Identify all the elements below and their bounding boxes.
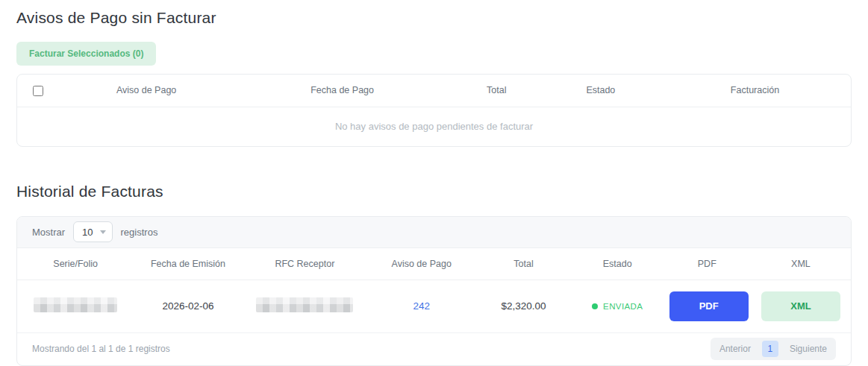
column-header-facturacion: Facturación (659, 75, 851, 107)
billing-page: Avisos de Pago sin Facturar Facturar Sel… (0, 0, 868, 366)
column-header-fecha-emision: Fecha de Emisión (134, 248, 242, 280)
column-header-serie-folio: Serie/Folio (17, 248, 134, 280)
xml-cell: XML (751, 280, 851, 332)
column-header-aviso-de-pago: Aviso de Pago (367, 248, 475, 280)
historial-table: Serie/Folio Fecha de Emisión RFC Recepto… (17, 248, 851, 332)
status-dot-icon (592, 303, 598, 309)
historial-header-row: Serie/Folio Fecha de Emisión RFC Recepto… (17, 248, 851, 280)
pagination-previous-button[interactable]: Anterior (719, 342, 751, 356)
column-header-total: Total (451, 75, 543, 107)
mostrar-label: Mostrar (32, 227, 65, 238)
avisos-header-row: Aviso de Pago Fecha de Pago Total Estado… (17, 75, 851, 107)
rfc-receptor-cell (243, 280, 368, 332)
column-header-rfc-receptor: RFC Receptor (243, 248, 368, 280)
pdf-cell: PDF (664, 280, 751, 332)
aviso-de-pago-link[interactable]: 242 (413, 300, 430, 312)
historial-toolbar: Mostrar 10 registros (17, 217, 851, 248)
avisos-empty-row: No hay avisos de pago pendientes de fact… (17, 107, 851, 146)
column-header-estado: Estado (572, 248, 664, 280)
page-size-value: 10 (82, 227, 93, 238)
registros-label: registros (121, 227, 158, 238)
aviso-de-pago-cell: 242 (367, 280, 475, 332)
download-xml-button[interactable]: XML (761, 291, 840, 321)
facturar-seleccionados-button[interactable]: Facturar Seleccionados (0) (16, 42, 156, 66)
pagination-next-button[interactable]: Siguiente (790, 342, 827, 356)
select-all-checkbox[interactable] (33, 86, 43, 96)
avisos-section-title: Avisos de Pago sin Facturar (16, 9, 852, 27)
invoice-table-row: 2026-02-06 242 $2,320.00 ENVIADA (17, 280, 851, 332)
redacted-serie-folio (34, 297, 117, 312)
select-all-header-cell (17, 75, 59, 107)
status-label: ENVIADA (603, 302, 643, 311)
column-header-estado: Estado (543, 75, 659, 107)
redacted-rfc-receptor (256, 297, 353, 312)
column-header-total: Total (475, 248, 571, 280)
total-cell: $2,320.00 (475, 280, 571, 332)
download-pdf-button[interactable]: PDF (669, 291, 749, 321)
historial-footer: Mostrando del 1 al 1 de 1 registros Ante… (17, 332, 851, 365)
pagination: Anterior 1 Siguiente (711, 338, 836, 360)
serie-folio-cell (17, 280, 134, 332)
pagination-current-page[interactable]: 1 (762, 341, 778, 357)
avisos-empty-message: No hay avisos de pago pendientes de fact… (17, 107, 851, 146)
column-header-pdf: PDF (664, 248, 751, 280)
avisos-table: Aviso de Pago Fecha de Pago Total Estado… (17, 75, 851, 146)
column-header-xml: XML (751, 248, 851, 280)
column-header-aviso-de-pago: Aviso de Pago (59, 75, 234, 107)
page-size-select[interactable]: 10 (73, 221, 112, 242)
status-badge: ENVIADA (592, 302, 643, 311)
estado-cell: ENVIADA (572, 280, 664, 332)
fecha-emision-cell: 2026-02-06 (134, 280, 242, 332)
column-header-fecha-de-pago: Fecha de Pago (234, 75, 450, 107)
chevron-down-icon (100, 230, 106, 234)
historial-section-title: Historial de Facturas (16, 183, 852, 201)
records-summary: Mostrando del 1 al 1 de 1 registros (32, 344, 170, 354)
historial-table-card: Mostrar 10 registros Serie/Folio Fecha d… (16, 216, 852, 366)
avisos-table-card: Aviso de Pago Fecha de Pago Total Estado… (16, 74, 852, 147)
